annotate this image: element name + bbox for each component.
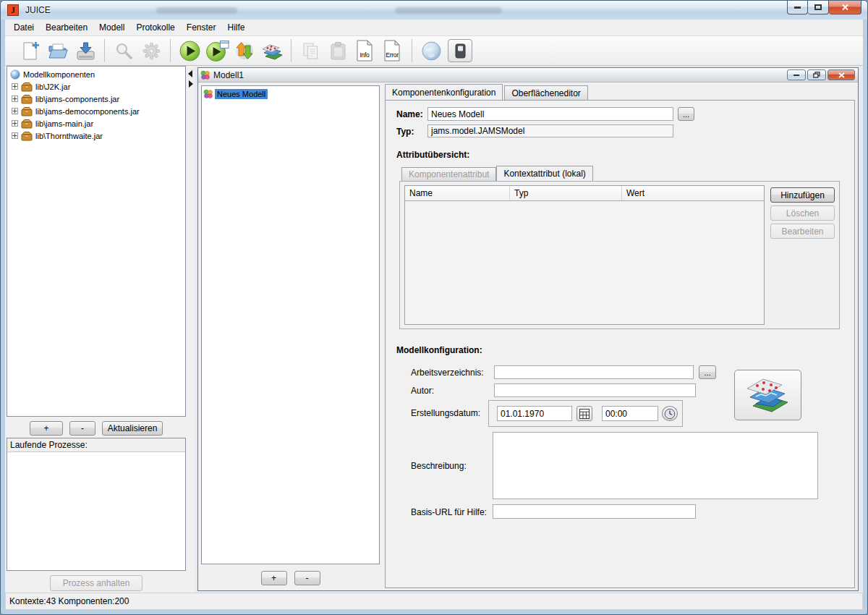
model-restore-button[interactable] (807, 69, 826, 80)
config-content: Name: ... Typ: Attributübersicht: Kompon… (385, 100, 855, 588)
settings-button[interactable] (137, 38, 165, 64)
power-switch-button[interactable] (448, 39, 472, 62)
author-field[interactable] (494, 383, 696, 397)
expand-icon[interactable] (12, 120, 18, 127)
model-config-label: Modellkonfiguration: (396, 345, 482, 355)
tree-root-row[interactable]: Modellkomponenten (7, 68, 185, 80)
date-field[interactable] (497, 406, 572, 421)
menu-datei[interactable]: Datei (8, 20, 40, 35)
column-header-typ[interactable]: Typ (510, 186, 622, 200)
run-model-button[interactable] (176, 38, 203, 64)
tab-kontextattribut[interactable]: Kontextattribut (lokal) (496, 166, 592, 181)
transfer-button[interactable] (231, 38, 258, 64)
minimize-button[interactable] (787, 1, 808, 14)
mdi-desktop: Modell1 (195, 66, 863, 593)
status-bar: Kontexte:43 Komponenten:200 (5, 593, 863, 610)
column-header-wert[interactable]: Wert (622, 186, 764, 200)
time-field[interactable] (602, 406, 658, 421)
stop-process-button[interactable]: Prozess anhalten (50, 575, 142, 591)
search-button[interactable] (110, 38, 137, 64)
open-folder-icon (48, 42, 69, 60)
selected-node-label: Neues Modell (215, 89, 268, 99)
tree-item[interactable]: lib\jams-components.jar (7, 93, 185, 105)
attribute-table[interactable]: Name Typ Wert (404, 185, 765, 325)
model-minimize-button[interactable] (787, 69, 806, 80)
name-browse-button[interactable]: ... (678, 107, 694, 121)
run-model-window-button[interactable] (203, 38, 231, 64)
running-processes-panel: Laufende Prozesse: (7, 438, 186, 571)
edit-attribute-button[interactable]: Bearbeiten (770, 224, 835, 239)
toolbar-separator (412, 39, 412, 62)
menu-modell[interactable]: Modell (93, 20, 130, 35)
model-window: Modell1 (197, 67, 859, 591)
paste-button[interactable] (324, 38, 352, 64)
menu-bar: Datei Bearbeiten Modell Protokolle Fenst… (5, 20, 863, 36)
tab-komponentenattribut[interactable]: Komponentenattribut (401, 167, 496, 181)
clock-button[interactable] (662, 406, 678, 421)
new-model-icon (21, 41, 41, 62)
tree-item[interactable]: lib\jams-main.jar (7, 117, 185, 130)
copy-button[interactable] (297, 38, 324, 64)
process-list[interactable] (7, 452, 185, 570)
web-button[interactable] (417, 38, 445, 64)
model-window-titlebar[interactable]: Modell1 (198, 68, 858, 82)
delete-attribute-button[interactable]: Löschen (770, 205, 835, 221)
typ-field[interactable] (427, 124, 673, 137)
open-model-button[interactable] (44, 38, 72, 64)
juice-window: J JUICE Datei Bearbeiten Modell Protokol… (0, 0, 868, 615)
model-close-button[interactable] (827, 69, 855, 80)
refresh-button[interactable]: Aktualisieren (102, 421, 163, 436)
add-attribute-button[interactable]: Hinzufügen (770, 187, 835, 203)
description-textarea[interactable] (493, 432, 818, 499)
collapse-right-icon[interactable] (189, 80, 193, 88)
model-tree[interactable]: Neues Modell (201, 85, 380, 564)
component-tree[interactable]: Modellkomponenten lib\J2K.jar lib\jams-c… (7, 66, 186, 417)
close-button[interactable] (829, 1, 861, 14)
info-log-icon: Info (356, 40, 375, 62)
tab-komponentenkonfiguration[interactable]: Komponentenkonfiguration (385, 84, 503, 100)
tab-oberflaecheneditor[interactable]: Oberflächeneditor (504, 85, 587, 100)
info-log-button[interactable]: Info (352, 38, 379, 64)
title-bar[interactable]: J JUICE (1, 1, 867, 20)
attribute-tabs: Komponentenattribut Kontextattribut (lok… (399, 166, 593, 181)
tree-item[interactable]: lib\J2K.jar (7, 80, 185, 93)
status-text: Kontexte:43 Komponenten:200 (9, 596, 129, 606)
tree-item[interactable]: lib\jams-democomponents.jar (7, 105, 185, 117)
name-field[interactable] (427, 107, 673, 121)
workdir-label: Arbeitsverzeichnis: (411, 368, 484, 378)
menu-bearbeiten[interactable]: Bearbeiten (40, 20, 93, 35)
maximize-button[interactable] (808, 1, 829, 14)
expand-icon[interactable] (12, 108, 18, 114)
tree-item-label: lib\jams-democomponents.jar (35, 107, 140, 116)
collapse-left-icon[interactable] (188, 70, 192, 77)
tree-item[interactable]: lib\Thornthwaite.jar (7, 130, 185, 142)
sphere-icon (10, 69, 20, 80)
menu-fenster[interactable]: Fenster (181, 20, 222, 35)
menu-protokolle[interactable]: Protokolle (130, 20, 180, 35)
gis-preview-button[interactable] (734, 370, 801, 420)
expand-icon[interactable] (12, 132, 18, 139)
calendar-button[interactable] (576, 406, 592, 421)
menu-hilfe[interactable]: Hilfe (221, 20, 250, 35)
help-url-field[interactable] (493, 504, 696, 519)
expand-icon[interactable] (12, 83, 18, 90)
save-model-button[interactable] (72, 38, 99, 64)
tree-item-label: lib\J2K.jar (35, 82, 70, 91)
workdir-browse-button[interactable]: ... (699, 365, 716, 379)
model-add-button[interactable]: + (261, 571, 287, 585)
column-header-name[interactable]: Name (405, 186, 510, 200)
maximize-icon (814, 4, 822, 10)
calendar-icon (579, 409, 590, 419)
gis-view-button[interactable] (258, 38, 286, 64)
remove-library-button[interactable]: - (69, 421, 95, 436)
attribute-tab-content: Name Typ Wert Hinzufügen Löschen Bearbei… (399, 181, 840, 329)
model-root-node[interactable]: Neues Modell (203, 88, 378, 100)
expand-icon[interactable] (12, 96, 18, 102)
add-library-button[interactable]: + (30, 421, 63, 436)
copy-icon (302, 41, 320, 61)
error-log-button[interactable]: Error (379, 38, 407, 64)
workdir-field[interactable] (494, 365, 694, 379)
new-model-button[interactable] (17, 38, 44, 64)
split-pane-divider[interactable] (187, 66, 195, 593)
model-remove-button[interactable]: - (294, 571, 320, 585)
